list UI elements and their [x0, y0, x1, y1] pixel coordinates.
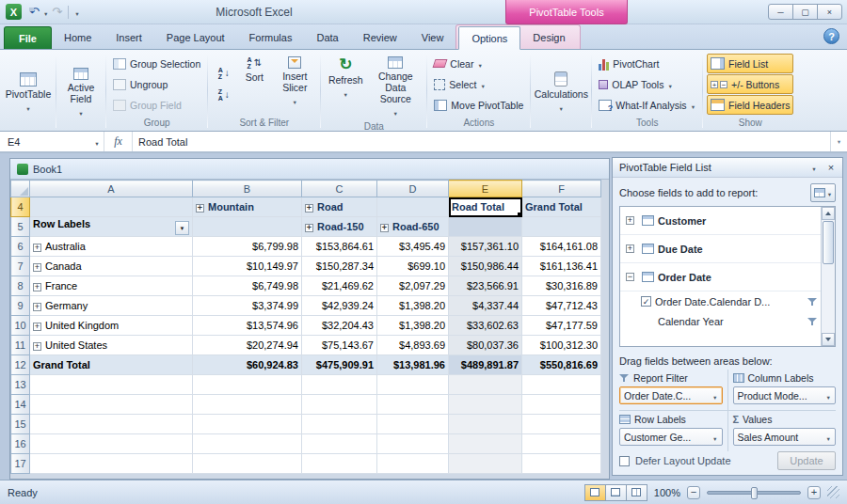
cell[interactable]: $4,893.69	[377, 336, 449, 355]
name-box-dropdown[interactable]	[90, 132, 104, 151]
zoom-level[interactable]: 100%	[654, 487, 680, 498]
filter-dropdown-icon[interactable]	[175, 221, 189, 235]
cell[interactable]	[449, 454, 522, 474]
tab-file[interactable]: File	[4, 26, 52, 49]
cell[interactable]: $33,602.63	[449, 316, 522, 336]
cell[interactable]: $164,161.08	[522, 237, 601, 257]
cell[interactable]	[193, 217, 302, 237]
field-headers-toggle[interactable]: Field Headers	[707, 95, 793, 115]
cell[interactable]	[30, 395, 193, 415]
tab-view[interactable]: View	[409, 26, 456, 49]
row-header[interactable]: 11	[11, 336, 30, 355]
cell[interactable]: $475,909.91	[302, 355, 377, 375]
tab-home[interactable]: Home	[52, 26, 104, 49]
cell[interactable]	[193, 415, 302, 434]
cell[interactable]	[377, 197, 449, 217]
cell[interactable]: $30,316.89	[522, 276, 601, 296]
insert-function-button[interactable]: fx	[104, 132, 133, 151]
what-if-analysis-button[interactable]: What-If Analysis	[596, 95, 698, 115]
active-cell-e4[interactable]: Road Total	[449, 197, 522, 217]
report-filter-field[interactable]: Order Date.C...	[619, 386, 723, 404]
resize-grip[interactable]	[827, 486, 839, 498]
normal-view-button[interactable]	[584, 484, 606, 501]
cell[interactable]: $32,204.43	[302, 316, 377, 336]
calculations-button[interactable]: Calculations	[535, 53, 587, 130]
cell-grand-total-header[interactable]: Grand Total	[522, 197, 601, 217]
row-header[interactable]: 8	[11, 276, 30, 296]
change-data-source-button[interactable]: Change Data Source	[368, 53, 423, 119]
cell[interactable]: $13,981.96	[377, 355, 449, 375]
scroll-up-icon[interactable]	[822, 207, 835, 220]
sort-za-button[interactable]: ↓	[212, 86, 235, 104]
active-field-button[interactable]: Active Field	[60, 53, 102, 130]
expand-icon[interactable]	[33, 283, 41, 291]
cell[interactable]: $150,287.34	[302, 257, 377, 276]
pivotchart-button[interactable]: PivotChart	[596, 54, 698, 73]
cell[interactable]	[193, 434, 302, 454]
minimize-button[interactable]: ─	[768, 4, 793, 20]
cell[interactable]	[522, 217, 601, 237]
cell-road150[interactable]: Road-150	[302, 217, 377, 237]
cell-country[interactable]: United States	[30, 336, 193, 355]
column-header-d[interactable]: D	[377, 181, 449, 197]
cell[interactable]	[302, 434, 377, 454]
field-tree-scrollbar[interactable]	[821, 207, 835, 346]
pivottable-button[interactable]: PivotTable	[5, 53, 52, 130]
tab-review[interactable]: Review	[351, 26, 409, 49]
cell[interactable]: $1,398.20	[377, 296, 449, 316]
sort-button[interactable]: ⇅ Sort	[237, 53, 271, 116]
expand-icon[interactable]	[196, 204, 204, 213]
cell[interactable]	[193, 454, 302, 474]
field-list-menu-button[interactable]	[807, 161, 822, 175]
column-header-f[interactable]: F	[522, 181, 601, 197]
cell-country[interactable]: United Kingdom	[30, 316, 193, 336]
row-labels-field[interactable]: Customer Ge...	[619, 428, 723, 446]
cell[interactable]: $1,398.20	[377, 316, 449, 336]
row-header[interactable]: 6	[11, 237, 30, 257]
cell[interactable]	[30, 375, 193, 395]
cell[interactable]: $699.10	[377, 257, 449, 276]
cell[interactable]: $6,749.98	[193, 276, 302, 296]
expand-icon[interactable]	[305, 204, 313, 213]
cell[interactable]	[377, 415, 449, 434]
values-field[interactable]: Sales Amount	[733, 428, 837, 446]
cell[interactable]	[193, 395, 302, 415]
cell[interactable]: $489,891.87	[449, 355, 522, 375]
excel-logo-icon[interactable]	[6, 4, 22, 20]
expand-formula-bar-button[interactable]	[830, 132, 847, 151]
cell[interactable]: $3,374.99	[193, 296, 302, 316]
expand-icon[interactable]	[626, 216, 634, 225]
cell[interactable]	[302, 395, 377, 415]
cell[interactable]	[522, 434, 601, 454]
column-header-a[interactable]: A	[30, 181, 193, 197]
row-header[interactable]: 15	[11, 415, 30, 434]
cell[interactable]: $100,312.30	[522, 336, 601, 355]
cell[interactable]	[449, 217, 522, 237]
cell[interactable]	[30, 454, 193, 474]
cell-mountain[interactable]: Mountain	[193, 197, 302, 217]
row-header[interactable]: 13	[11, 375, 30, 395]
row-header[interactable]: 10	[11, 316, 30, 336]
cell[interactable]: $23,566.91	[449, 276, 522, 296]
cell[interactable]: $6,799.98	[193, 237, 302, 257]
cell-road[interactable]: Road	[302, 197, 377, 217]
group-selection-button[interactable]: Group Selection	[110, 54, 203, 73]
cell-row-labels[interactable]: Row Labels	[30, 217, 193, 237]
row-header[interactable]: 12	[11, 355, 30, 375]
cell[interactable]	[302, 454, 377, 474]
cell[interactable]	[30, 434, 193, 454]
cell[interactable]	[377, 375, 449, 395]
expand-icon[interactable]	[33, 244, 41, 252]
field-list-close-button[interactable]: ×	[823, 161, 839, 175]
cell-country[interactable]: Australia	[30, 237, 193, 257]
cell[interactable]: $4,337.44	[449, 296, 522, 316]
cell[interactable]: $47,177.59	[522, 316, 601, 336]
cell[interactable]: $13,574.96	[193, 316, 302, 336]
cell-grand-total-label[interactable]: Grand Total	[30, 355, 193, 375]
cell[interactable]: $20,274.94	[193, 336, 302, 355]
field-list-title-bar[interactable]: PivotTable Field List ×	[613, 158, 842, 178]
select-button[interactable]: Select	[431, 74, 526, 94]
page-layout-view-button[interactable]	[605, 484, 627, 501]
cell[interactable]: $3,495.49	[377, 237, 449, 257]
tab-page-layout[interactable]: Page Layout	[154, 26, 237, 49]
